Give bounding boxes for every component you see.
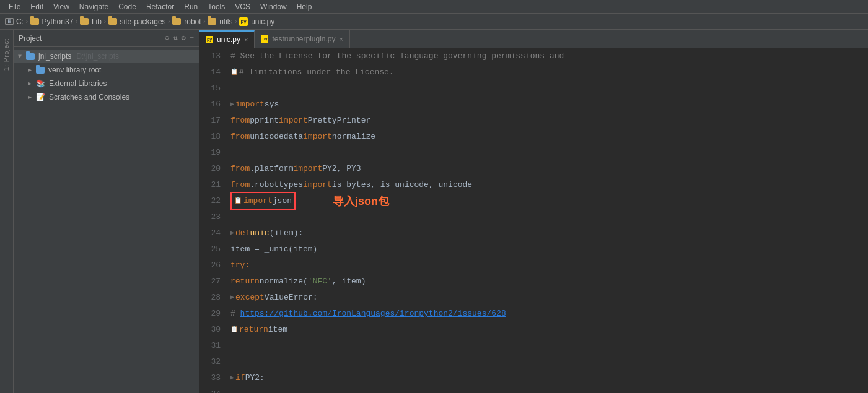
- folder-icon: [208, 18, 216, 25]
- sidebar-strip: 1: Project: [0, 30, 14, 393]
- venv-label: venv library root: [48, 66, 101, 74]
- tree-item-venv[interactable]: ▶ venv library root: [14, 63, 199, 77]
- tree-item-root[interactable]: ▼ jnl_scripts D:\jnl_scripts: [14, 50, 199, 63]
- menu-code[interactable]: Code: [115, 1, 140, 12]
- breadcrumb-site-packages[interactable]: site-packages: [108, 17, 166, 26]
- line-number-33: 33: [199, 370, 221, 386]
- code-line-14: 📋# limitations under the License.: [226, 64, 868, 80]
- settings-icon[interactable]: ⚙: [182, 33, 186, 43]
- project-panel: Project ⊕ ⇅ ⚙ − ▼ jnl_scripts D:\jnl_scr…: [14, 30, 199, 393]
- close-panel-icon[interactable]: −: [190, 33, 194, 43]
- root-label: jnl_scripts: [38, 52, 71, 61]
- line-number-25: 25: [199, 241, 221, 257]
- code-line-30: 📋 return item: [226, 322, 868, 338]
- code-line-16: ▶import sys: [226, 97, 868, 113]
- code-content[interactable]: # See the License for the specific langu…: [226, 48, 868, 393]
- line-number-15: 15: [199, 80, 221, 97]
- line-number-17: 17: [199, 113, 221, 129]
- add-icon[interactable]: ⊕: [165, 33, 169, 43]
- code-line-13: # See the License for the specific langu…: [226, 48, 868, 64]
- line-number-29: 29: [199, 306, 221, 322]
- code-line-34: [226, 386, 868, 393]
- scratches-label: Scratches and Consoles: [49, 93, 129, 101]
- menu-help[interactable]: Help: [293, 1, 316, 12]
- line-numbers: 1314151617181920212223242526272829303132…: [199, 48, 226, 393]
- line-number-26: 26: [199, 257, 221, 274]
- code-line-28: ▶ except ValueError:: [226, 290, 868, 306]
- tree-item-external-libs[interactable]: ▶ 📚 External Libraries: [14, 77, 199, 90]
- code-line-24: ▶def unic(item):: [226, 225, 868, 241]
- tab-file-icon-testrunner: py: [261, 35, 268, 43]
- line-number-32: 32: [199, 354, 221, 370]
- line-number-24: 24: [199, 225, 221, 241]
- code-line-26: try:: [226, 257, 868, 274]
- code-line-33: ▶if PY2:: [226, 370, 868, 386]
- line-number-21: 21: [199, 177, 221, 193]
- line-number-13: 13: [199, 48, 221, 64]
- line-number-23: 23: [199, 209, 221, 225]
- folder-icon: [108, 18, 117, 25]
- py-file-icon: py: [239, 17, 248, 26]
- venv-folder-icon: [36, 67, 45, 74]
- menu-window[interactable]: Window: [256, 1, 291, 12]
- sidebar-strip-label[interactable]: 1: Project: [3, 38, 10, 71]
- sort-icon[interactable]: ⇅: [173, 33, 177, 43]
- breadcrumb-utils[interactable]: utils: [208, 17, 232, 26]
- header-icons: ⊕ ⇅ ⚙ −: [165, 33, 194, 43]
- project-title: Project: [19, 34, 162, 43]
- code-line-22: 📋import json导入json包: [226, 193, 868, 209]
- code-line-31: [226, 338, 868, 354]
- code-line-18: from unicodedata import normalize: [226, 129, 868, 145]
- computer-icon: 🖥: [5, 18, 14, 25]
- import-json-annotation: 导入json包: [333, 193, 389, 209]
- code-line-19: [226, 145, 868, 161]
- line-number-27: 27: [199, 274, 221, 290]
- tab-close-unic[interactable]: ×: [244, 36, 248, 43]
- root-folder-icon: [26, 53, 35, 60]
- external-libs-label: External Libraries: [49, 79, 107, 88]
- menu-run[interactable]: Run: [180, 1, 201, 12]
- line-number-14: 14: [199, 64, 221, 80]
- menu-navigate[interactable]: Navigate: [76, 1, 112, 12]
- line-number-18: 18: [199, 129, 221, 145]
- code-line-29: # https://github.com/IronLanguages/ironp…: [226, 306, 868, 322]
- code-line-23: [226, 209, 868, 225]
- code-line-21: from .robottypes import is_bytes, is_uni…: [226, 177, 868, 193]
- menu-bar: File Edit View Navigate Code Refactor Ru…: [0, 0, 868, 14]
- menu-file[interactable]: File: [5, 1, 24, 12]
- code-line-15: [226, 80, 868, 97]
- breadcrumb-lib[interactable]: Lib: [80, 17, 102, 26]
- breadcrumb: 🖥 C: › Python37 › Lib › site-packages › …: [0, 14, 868, 30]
- code-line-32: [226, 354, 868, 370]
- breadcrumb-python37[interactable]: Python37: [30, 17, 74, 26]
- menu-refactor[interactable]: Refactor: [142, 1, 178, 12]
- line-number-16: 16: [199, 97, 221, 113]
- breadcrumb-c[interactable]: C:: [16, 17, 24, 26]
- line-number-28: 28: [199, 290, 221, 306]
- menu-view[interactable]: View: [50, 1, 73, 12]
- menu-edit[interactable]: Edit: [27, 1, 47, 12]
- code-line-17: from pprint import PrettyPrinter: [226, 113, 868, 129]
- line-number-19: 19: [199, 145, 221, 161]
- breadcrumb-unic-py[interactable]: py unic.py: [239, 17, 274, 26]
- tab-label-unic: unic.py: [217, 35, 240, 44]
- tab-close-testrunner[interactable]: ×: [340, 35, 343, 43]
- project-tree: ▼ jnl_scripts D:\jnl_scripts ▶ venv libr…: [14, 47, 199, 393]
- project-header: Project ⊕ ⇅ ⚙ −: [14, 30, 199, 47]
- code-line-27: return normalize('NFC', item): [226, 274, 868, 290]
- folder-icon: [30, 18, 39, 25]
- menu-vcs[interactable]: VCS: [231, 1, 254, 12]
- line-number-31: 31: [199, 338, 221, 354]
- line-number-34: 34: [199, 386, 221, 393]
- line-number-22: 22: [199, 193, 221, 209]
- root-path: D:\jnl_scripts: [76, 52, 119, 61]
- tab-file-icon-unic: py: [206, 36, 213, 43]
- tab-label-testrunner: testrunnerplugin.py: [272, 35, 335, 43]
- tree-item-scratches[interactable]: ▶ 📝 Scratches and Consoles: [14, 90, 199, 104]
- folder-icon: [80, 18, 89, 25]
- tab-unic-py[interactable]: py unic.py ×: [199, 30, 255, 48]
- tab-testrunner[interactable]: py testrunnerplugin.py ×: [255, 30, 350, 48]
- menu-tools[interactable]: Tools: [204, 1, 229, 12]
- breadcrumb-robot[interactable]: robot: [172, 17, 201, 26]
- editor-area: py unic.py × py testrunnerplugin.py × 13…: [199, 30, 868, 393]
